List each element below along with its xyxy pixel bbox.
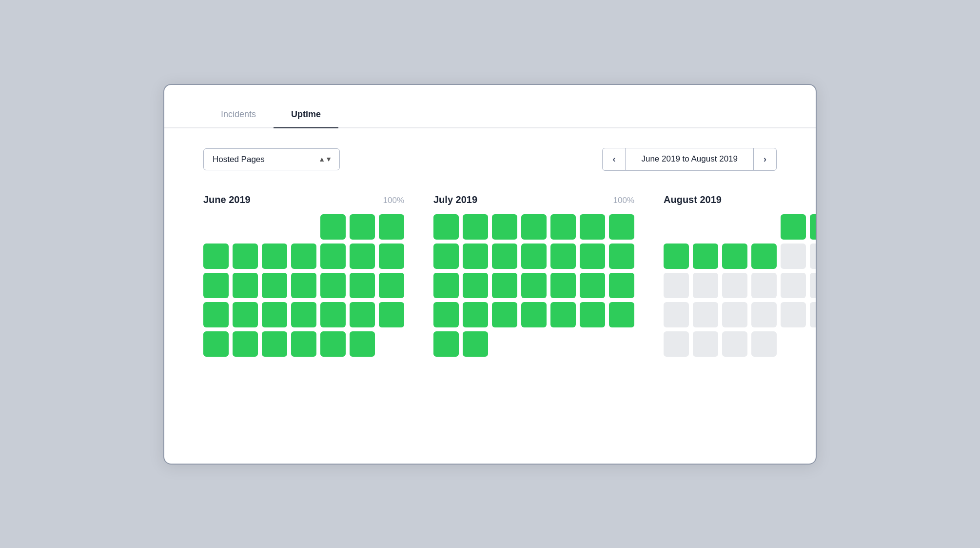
day-cell <box>810 331 817 357</box>
day-cell <box>203 331 229 357</box>
day-cell <box>580 244 605 269</box>
calendar-row <box>203 331 404 357</box>
day-cell <box>350 331 375 357</box>
month-header: August 2019100% <box>664 194 817 205</box>
day-cell <box>693 214 718 240</box>
tab-uptime[interactable]: Uptime <box>274 102 338 128</box>
day-cell <box>433 244 459 269</box>
service-select[interactable]: Hosted Pages API Dashboard <box>203 148 340 170</box>
day-cell <box>291 273 316 298</box>
day-cell <box>262 273 287 298</box>
day-cell <box>463 214 488 240</box>
day-cell <box>664 331 689 357</box>
day-cell <box>580 331 605 357</box>
calendar-row <box>664 273 817 298</box>
date-next-button[interactable]: › <box>754 148 776 170</box>
day-cell <box>320 273 346 298</box>
day-cell <box>350 214 375 240</box>
day-cell <box>781 273 806 298</box>
day-cell <box>810 214 817 240</box>
day-cell <box>233 331 258 357</box>
day-cell <box>262 214 287 240</box>
calendar-row <box>203 244 404 269</box>
day-cell <box>233 214 258 240</box>
calendar-row <box>433 214 634 240</box>
date-range-label: June 2019 to August 2019 <box>625 148 754 170</box>
day-cell <box>781 302 806 327</box>
day-cell <box>693 273 718 298</box>
day-cell <box>291 302 316 327</box>
day-cell <box>233 244 258 269</box>
day-cell <box>463 302 488 327</box>
month-header: July 2019100% <box>433 194 634 205</box>
day-cell <box>320 244 346 269</box>
day-cell <box>751 244 777 269</box>
day-cell <box>350 244 375 269</box>
day-cell <box>609 273 634 298</box>
day-cell <box>664 244 689 269</box>
day-cell <box>810 302 817 327</box>
day-cell <box>609 302 634 327</box>
service-select-wrapper: Hosted Pages API Dashboard ▲▼ <box>203 148 340 170</box>
day-cell <box>463 273 488 298</box>
day-cell <box>722 331 747 357</box>
day-cell <box>320 214 346 240</box>
day-cell <box>693 331 718 357</box>
day-cell <box>751 331 777 357</box>
calendar-row <box>664 331 817 357</box>
day-cell <box>751 214 777 240</box>
day-cell <box>233 273 258 298</box>
day-cell <box>664 302 689 327</box>
day-cell <box>379 244 404 269</box>
calendar-row <box>433 244 634 269</box>
day-cell <box>521 214 547 240</box>
month-title: July 2019 <box>433 194 477 205</box>
main-content: Hosted Pages API Dashboard ▲▼ ‹ June 201… <box>164 128 816 386</box>
calendar-grid <box>664 214 817 357</box>
tab-incidents[interactable]: Incidents <box>203 102 274 128</box>
day-cell <box>291 214 316 240</box>
day-cell <box>521 244 547 269</box>
day-cell <box>550 302 576 327</box>
controls-row: Hosted Pages API Dashboard ▲▼ ‹ June 201… <box>203 148 777 171</box>
day-cell <box>492 273 517 298</box>
day-cell <box>262 302 287 327</box>
day-cell <box>492 331 517 357</box>
day-cell <box>550 214 576 240</box>
day-cell <box>550 331 576 357</box>
day-cell <box>751 273 777 298</box>
day-cell <box>463 331 488 357</box>
calendar-row <box>433 302 634 327</box>
day-cell <box>433 273 459 298</box>
month-block-2: August 2019100% <box>664 194 817 357</box>
calendars-row: June 2019100%July 2019100%August 2019100… <box>203 194 777 357</box>
day-cell <box>781 244 806 269</box>
month-block-0: June 2019100% <box>203 194 404 357</box>
date-prev-button[interactable]: ‹ <box>603 148 625 170</box>
day-cell <box>291 331 316 357</box>
day-cell <box>609 331 634 357</box>
day-cell <box>233 302 258 327</box>
day-cell <box>350 273 375 298</box>
calendar-grid <box>203 214 404 357</box>
day-cell <box>693 302 718 327</box>
day-cell <box>521 273 547 298</box>
month-title: August 2019 <box>664 194 722 205</box>
calendar-row <box>664 244 817 269</box>
day-cell <box>320 302 346 327</box>
month-header: June 2019100% <box>203 194 404 205</box>
day-cell <box>580 273 605 298</box>
day-cell <box>203 273 229 298</box>
calendar-row <box>203 214 404 240</box>
calendar-row <box>203 302 404 327</box>
day-cell <box>203 302 229 327</box>
day-cell <box>751 302 777 327</box>
day-cell <box>693 244 718 269</box>
day-cell <box>320 331 346 357</box>
day-cell <box>781 331 806 357</box>
day-cell <box>521 331 547 357</box>
day-cell <box>262 244 287 269</box>
calendar-row <box>664 214 817 240</box>
day-cell <box>463 244 488 269</box>
day-cell <box>722 214 747 240</box>
